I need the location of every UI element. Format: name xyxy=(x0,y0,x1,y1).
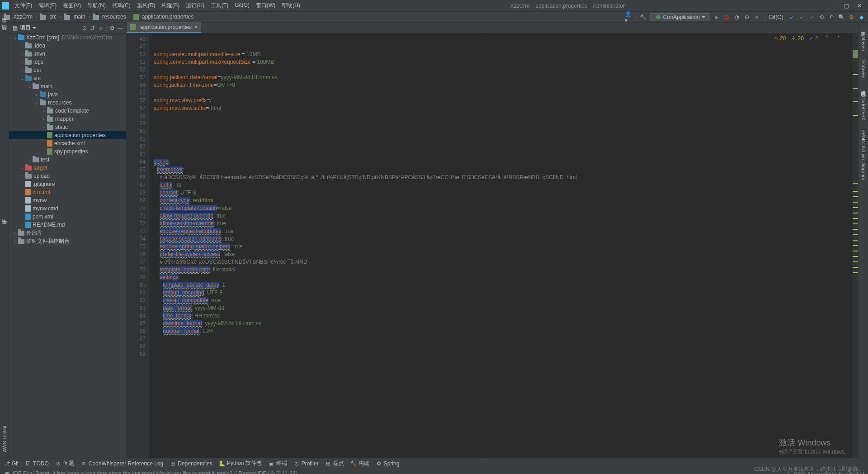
tool-window-button[interactable]: 通知 xyxy=(860,25,867,29)
run-config-select[interactable]: ⬢ CrmApplication xyxy=(650,13,710,21)
tree-node[interactable]: ›static xyxy=(9,123,126,131)
tree-node[interactable]: ehcache.xml xyxy=(9,139,126,147)
chevron-up-icon[interactable]: ˄ xyxy=(824,35,830,42)
git-update-icon[interactable]: ↙ xyxy=(788,14,795,20)
menu-item[interactable]: 编辑(E) xyxy=(36,1,59,10)
tree-node[interactable]: ⌄main xyxy=(9,82,126,90)
search-icon[interactable]: 🔍 xyxy=(838,14,844,20)
breadcrumb-item[interactable]: resources xyxy=(92,14,127,20)
collapse-all-icon[interactable]: ≡ xyxy=(98,25,104,31)
tree-expander-icon[interactable]: ⌄ xyxy=(19,76,25,81)
tree-expander-icon[interactable]: › xyxy=(41,117,47,122)
tree-node[interactable]: ›临时文件和控制台 xyxy=(9,237,126,245)
run-icon[interactable]: ▶ xyxy=(714,14,720,20)
tool-window-button[interactable]: 机器人文件模板 xyxy=(860,85,867,89)
breadcrumb-item[interactable]: main xyxy=(63,14,86,20)
tree-expander-icon[interactable]: › xyxy=(19,174,25,179)
close-icon[interactable]: ✕ xyxy=(857,3,862,9)
tree-expander-icon[interactable]: › xyxy=(33,92,40,97)
expand-all-icon[interactable]: ⇵ xyxy=(90,25,96,31)
bottom-tool-button[interactable]: 🔨构建 xyxy=(350,460,369,467)
code-text[interactable]: spring.servlet.multipart.max-file-size =… xyxy=(149,33,853,458)
gear-icon[interactable]: ✿ xyxy=(109,25,115,31)
tree-node[interactable]: ›test xyxy=(9,156,126,164)
bottom-tool-button[interactable]: ≡CodeWhisperer Reference Log xyxy=(80,460,163,467)
git-push-icon[interactable]: ↗ xyxy=(808,14,815,20)
bottom-tool-button[interactable]: ✿Spring xyxy=(376,460,400,467)
breadcrumb-item[interactable]: XzzCrm xyxy=(3,14,33,20)
tree-expander-icon[interactable]: ⌄ xyxy=(12,35,18,40)
tree-node[interactable]: ⌄resources xyxy=(9,99,126,107)
tree-node[interactable]: pom.xml xyxy=(9,213,126,221)
notifications-icon[interactable]: ◆ xyxy=(858,14,864,20)
close-tab-icon[interactable]: × xyxy=(194,24,198,30)
build-icon[interactable]: 🔨 xyxy=(640,14,646,20)
project-tree[interactable]: ⌄XzzCrm [crm]D:\GitHouse\XzzCrm›.idea›.m… xyxy=(9,33,126,458)
select-opened-file-icon[interactable]: ⊙ xyxy=(81,25,88,31)
maximize-icon[interactable]: ▢ xyxy=(844,3,849,9)
tree-expander-icon[interactable]: ⌄ xyxy=(33,100,40,105)
tree-expander-icon[interactable]: › xyxy=(19,68,25,73)
stop-icon[interactable]: ■ xyxy=(754,14,760,20)
tool-window-button[interactable]: 结构 xyxy=(1,33,8,36)
tool-window-button[interactable]: CodeGeeX xyxy=(861,94,866,122)
chevron-down-icon[interactable]: ˅ xyxy=(835,35,842,42)
bottom-tool-button[interactable]: ☑TODO xyxy=(25,460,48,467)
tree-node[interactable]: mvnw.cmd xyxy=(9,204,126,213)
git-commit-icon[interactable]: ✓ xyxy=(798,14,805,20)
tree-node[interactable]: ›mapper xyxy=(9,115,126,123)
menu-item[interactable]: 导航(N) xyxy=(85,1,108,10)
bottom-tool-button[interactable]: ⊘问题 xyxy=(55,460,74,467)
tree-expander-icon[interactable]: › xyxy=(19,52,25,57)
tree-node[interactable]: application.properties xyxy=(9,131,126,139)
tree-node[interactable]: ›out xyxy=(9,66,126,74)
tree-node[interactable]: ›codeTemplate xyxy=(9,107,126,115)
tree-node[interactable]: ›target xyxy=(9,164,126,172)
user-icon[interactable]: 👤▾ xyxy=(625,14,631,20)
profiler-icon[interactable]: ⊙ xyxy=(744,14,750,20)
tool-window-button[interactable]: AWS Toolkit xyxy=(2,425,7,453)
tree-node[interactable]: ›.idea xyxy=(9,42,126,50)
menu-item[interactable]: 窗口(W) xyxy=(253,1,278,10)
menu-item[interactable]: 运行(U) xyxy=(183,1,207,10)
menu-item[interactable]: 文件(F) xyxy=(12,1,35,10)
breadcrumb-item[interactable]: application.properties xyxy=(132,14,194,20)
ide-settings-icon[interactable]: ⚙ xyxy=(848,14,854,20)
tree-expander-icon[interactable]: › xyxy=(19,166,25,171)
code-area[interactable]: 4849505152535455565758596061626364656667… xyxy=(127,33,858,458)
menu-item[interactable]: 视图(V) xyxy=(60,1,84,10)
tab-application-properties[interactable]: application.properties × xyxy=(127,22,201,33)
tree-node[interactable]: README.md xyxy=(9,221,126,229)
tool-window-button[interactable]: 项目 xyxy=(1,24,8,28)
tree-node[interactable]: ›java xyxy=(9,90,126,99)
tool-window-button[interactable]: SciView xyxy=(861,58,866,80)
tree-node[interactable]: ›.mvn xyxy=(9,50,126,58)
menu-item[interactable]: 重构(R) xyxy=(134,1,158,10)
tree-node[interactable]: ›logs xyxy=(9,58,126,66)
tree-expander-icon[interactable]: ⌄ xyxy=(26,84,33,89)
tree-node[interactable]: spy.properties xyxy=(9,147,126,156)
menu-item[interactable]: 代码(C) xyxy=(109,1,133,10)
minimize-icon[interactable]: ─ xyxy=(832,3,836,9)
bottom-tool-button[interactable]: ⊙Profiler xyxy=(293,460,319,467)
tree-expander-icon[interactable]: › xyxy=(12,239,18,244)
coverage-icon[interactable]: ◔ xyxy=(734,14,740,20)
bottom-tool-button[interactable]: 🐍Python 软件包 xyxy=(219,460,262,467)
tool-window-button[interactable]: 书签 xyxy=(1,228,8,229)
tree-node[interactable]: ›外部库 xyxy=(9,229,126,237)
tree-expander-icon[interactable]: › xyxy=(19,43,25,48)
debug-icon[interactable]: 🐞 xyxy=(724,14,730,20)
breadcrumb-item[interactable]: src xyxy=(39,14,57,20)
tree-node[interactable]: ⌄XzzCrm [crm]D:\GitHouse\XzzCrm xyxy=(9,33,126,42)
hide-icon[interactable]: — xyxy=(117,25,123,31)
tool-window-button[interactable]: Maven xyxy=(861,34,866,53)
tree-node[interactable]: mvnw xyxy=(9,196,126,204)
bottom-tool-button[interactable]: ⊞Dependencies xyxy=(170,460,212,467)
bottom-tool-button[interactable]: ⎇Git xyxy=(4,460,19,467)
menu-item[interactable]: 工具(T) xyxy=(208,1,231,10)
menu-item[interactable]: 帮助(H) xyxy=(279,1,303,10)
error-stripe[interactable] xyxy=(853,33,858,458)
tool-window-button[interactable]: BPMN-Activiti-Diagram xyxy=(861,128,866,182)
chevron-down-icon[interactable] xyxy=(33,27,36,29)
bottom-tool-button[interactable]: ▣终端 xyxy=(268,460,287,467)
